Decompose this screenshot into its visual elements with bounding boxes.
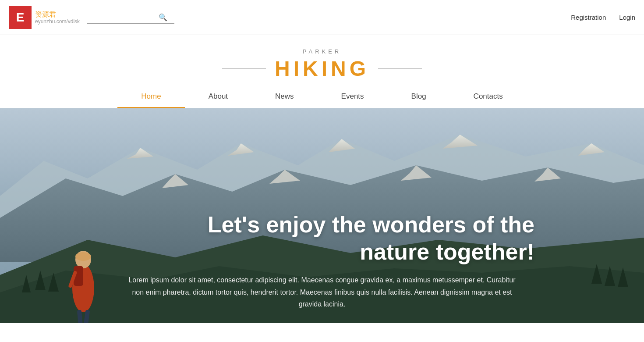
registration-link[interactable]: Registration — [571, 14, 606, 21]
site-subtitle: PARKER — [0, 48, 644, 55]
search-button[interactable]: 🔍 — [157, 11, 169, 23]
nav-item-news[interactable]: News — [251, 85, 318, 108]
logo-text: 资源君 eyunzhu.com/vdisk — [35, 10, 80, 25]
title-row: HIKING — [0, 57, 644, 81]
site-title: HIKING — [275, 57, 369, 81]
hero-section: Let's enjoy the wonders of thenature tog… — [0, 108, 644, 323]
logo-icon: E — [9, 6, 32, 29]
search-area: 🔍 — [87, 11, 174, 24]
logo-chinese: 资源君 — [35, 10, 80, 18]
nav-item-about[interactable]: About — [185, 85, 251, 108]
site-header: PARKER HIKING Home About News Events Blo… — [0, 35, 644, 108]
title-line-left — [222, 68, 266, 69]
hero-content: Let's enjoy the wonders of thenature tog… — [0, 193, 644, 323]
title-line-right — [378, 68, 422, 69]
login-link[interactable]: Login — [619, 14, 635, 21]
logo-letter: E — [16, 11, 25, 25]
top-right-links: Registration Login — [571, 14, 635, 21]
main-nav: Home About News Events Blog Contacts — [0, 85, 644, 108]
nav-item-blog[interactable]: Blog — [388, 85, 450, 108]
logo-area: E 资源君 eyunzhu.com/vdisk — [9, 6, 80, 29]
nav-item-contacts[interactable]: Contacts — [450, 85, 527, 108]
search-input[interactable] — [87, 12, 157, 22]
top-bar: E 资源君 eyunzhu.com/vdisk 🔍 Registration L… — [0, 0, 644, 35]
logo-url: eyunzhu.com/vdisk — [35, 18, 80, 25]
nav-item-home[interactable]: Home — [117, 85, 184, 108]
hero-headline: Let's enjoy the wonders of thenature tog… — [110, 211, 534, 266]
hero-body: Lorem ipsum dolor sit amet, consectetur … — [125, 274, 519, 310]
nav-item-events[interactable]: Events — [318, 85, 388, 108]
